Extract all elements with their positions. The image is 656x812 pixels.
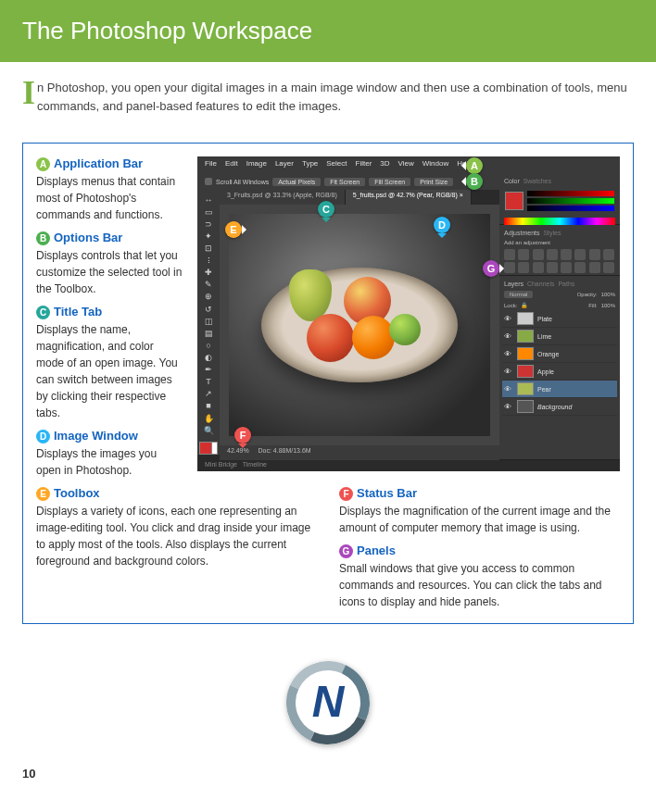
desc-f: Displays the magnification of the curren… [339, 503, 620, 536]
photoshop-screenshot: FileEditImageLayerTypeSelectFilter3DView… [197, 156, 620, 471]
apple2-graphic [307, 314, 354, 362]
logo-letter: N [312, 677, 345, 728]
color-swatch [505, 192, 524, 210]
desc-e: Displays a variety of icons, each one re… [36, 503, 317, 569]
ps-panels: Color Swatches Adjustments Styles Add an… [499, 173, 620, 460]
fit-screen-button: Fit Screen [324, 178, 365, 186]
bullet-d: D [36, 430, 50, 443]
bullet-e: E [36, 487, 50, 501]
marker-c: C [318, 201, 334, 218]
layer-row-active: 👁Pear [502, 381, 617, 398]
bullet-f: F [339, 487, 353, 501]
layer-row: 👁Plate [502, 310, 617, 328]
page-title: The Photoshop Workspace [22, 17, 634, 45]
image-content [229, 214, 490, 436]
marker-b: B [466, 173, 483, 190]
blur-tool-icon: ○ [200, 340, 217, 350]
bullet-b: B [36, 231, 50, 245]
ps-image-window [220, 205, 499, 445]
title-tab-active: 5_fruits.psd @ 42.7% (Pear, RGB/8) × [346, 190, 472, 205]
dodge-tool-icon: ◐ [200, 352, 217, 362]
plate-graphic [261, 268, 458, 383]
desc-d: Displays the images you open in Photosho… [36, 445, 184, 479]
label-f: FStatus Bar [339, 486, 620, 501]
stamp-tool-icon: ⊕ [200, 292, 217, 302]
dropcap: I [22, 79, 35, 106]
label-d: DImage Window [36, 429, 184, 443]
intro-text: n Photoshop, you open your digital image… [37, 81, 627, 113]
bullet-c: C [36, 306, 50, 319]
ps-tab-bar: 3_Fruits.psd @ 33.3% (Apple, RGB/8) 5_fr… [220, 190, 499, 205]
label-b: BOptions Bar [36, 231, 184, 245]
marquee-tool-icon: ▭ [200, 206, 217, 217]
label-e: EToolbox [36, 486, 317, 501]
ps-toolbox: ↔ ▭ ⊃ ✦ ⊡ ⫶ ✚ ✎ ⊕ ↺ ◫ ▤ ○ ◐ ✒ T ↗ [197, 190, 220, 455]
move-tool-icon: ↔ [200, 194, 217, 205]
zoom-tool-icon: 🔍 [200, 425, 217, 435]
lime-graphic [389, 314, 421, 346]
marker-f: F [234, 427, 251, 443]
bullet-g: G [339, 544, 353, 558]
color-panel: Color Swatches [499, 173, 620, 225]
marker-g: G [483, 260, 499, 277]
desc-c: Displays the name, magnification, and co… [36, 321, 184, 421]
eraser-tool-icon: ◫ [200, 316, 217, 326]
wand-tool-icon: ✦ [200, 231, 217, 241]
layer-row: 👁Orange [502, 345, 617, 363]
marker-a: A [466, 157, 483, 174]
logo: N [286, 661, 370, 744]
ps-status-bar: 42.49% Doc: 4.88M/13.6M [220, 445, 499, 460]
layer-row: 👁Background [502, 398, 617, 416]
page-number: 10 [0, 763, 656, 792]
left-column: AApplication Bar Displays menus that con… [36, 156, 184, 479]
type-tool-icon: T [200, 377, 217, 387]
marker-d: D [434, 217, 450, 233]
pen-tool-icon: ✒ [200, 365, 217, 375]
desc-b: Displays controls that let you customize… [36, 247, 184, 297]
shape-tool-icon: ■ [200, 401, 217, 411]
desc-g: Small windows that give you access to co… [339, 560, 620, 610]
layer-row: 👁Lime [502, 328, 617, 345]
logo-area: N [0, 643, 656, 763]
layer-row: 👁Apple [502, 363, 617, 381]
right-column: FileEditImageLayerTypeSelectFilter3DView… [197, 156, 620, 479]
desc-a: Displays menus that contain most of Phot… [36, 173, 184, 223]
label-c: CTitle Tab [36, 305, 184, 319]
brush-tool-icon: ✎ [200, 280, 217, 290]
ps-menubar: FileEditImageLayerTypeSelectFilter3DView… [197, 156, 620, 173]
lower-right-column: FStatus Bar Displays the magnification o… [339, 486, 620, 610]
intro-paragraph: I n Photoshop, you open your digital ima… [0, 62, 656, 133]
history-brush-icon: ↺ [200, 304, 217, 314]
label-g: GPanels [339, 543, 620, 558]
lower-left-column: EToolbox Displays a variety of icons, ea… [36, 486, 317, 610]
path-tool-icon: ↗ [200, 389, 217, 399]
heal-tool-icon: ✚ [200, 268, 217, 278]
ps-bottom-bar: Mini Bridge Timeline [197, 460, 620, 471]
actual-pixels-button: Actual Pixels [272, 178, 321, 186]
marker-e: E [225, 221, 242, 238]
hand-tool-icon [205, 178, 212, 185]
content-box: AApplication Bar Displays menus that con… [22, 143, 634, 624]
fill-screen-button: Fill Screen [369, 178, 410, 186]
orange-graphic [352, 316, 396, 359]
lasso-tool-icon: ⊃ [200, 219, 217, 229]
label-a: AApplication Bar [36, 156, 184, 171]
eyedropper-tool-icon: ⫶ [200, 256, 217, 266]
adjustments-panel: Adjustments Styles Add an adjustment [499, 225, 620, 276]
bullet-a: A [36, 157, 50, 171]
layers-panel: Layers Channels Paths NormalOpacity:100%… [499, 276, 620, 460]
crop-tool-icon: ⊡ [200, 243, 217, 253]
hand-tool-icon: ✋ [200, 413, 217, 423]
gradient-tool-icon: ▤ [200, 328, 217, 338]
page-header: The Photoshop Workspace [0, 0, 656, 62]
fg-bg-color [199, 442, 218, 455]
print-size-button: Print Size [414, 178, 453, 186]
